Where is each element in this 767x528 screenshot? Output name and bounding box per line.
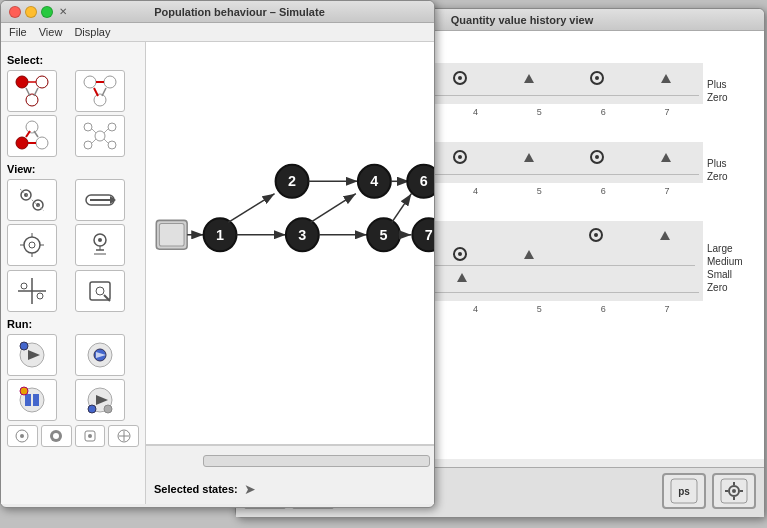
svg-point-22	[108, 141, 116, 149]
svg-point-42	[98, 238, 102, 242]
diagram-svg: 1 2 3	[146, 42, 434, 444]
left-window-title: Population behaviour – Simulate	[73, 6, 406, 18]
death-labels: Plus Zero	[707, 155, 752, 185]
select-label: Select:	[7, 54, 139, 66]
status-bar: Selected states: ➤ No states selected	[146, 444, 434, 504]
birth-axis-7: 7	[664, 107, 669, 117]
run-tool-6[interactable]	[41, 425, 72, 447]
view-tool-1[interactable]	[7, 179, 57, 221]
svg-line-10	[94, 88, 98, 96]
run-tool-2[interactable]	[75, 334, 125, 376]
svg-text:3: 3	[298, 227, 306, 243]
view-tool-6[interactable]	[75, 270, 125, 312]
svg-line-4	[26, 88, 30, 96]
number-medium-2	[524, 250, 534, 259]
select-tool-1[interactable]	[7, 70, 57, 112]
run-tool-7[interactable]	[75, 425, 106, 447]
minimize-button[interactable]	[25, 6, 37, 18]
birth-sym-5	[590, 71, 604, 85]
menu-view[interactable]: View	[39, 26, 63, 38]
arrow-icon: ➤	[244, 481, 256, 497]
svg-point-12	[16, 137, 28, 149]
death-axis-4: 4	[473, 186, 478, 196]
window-content: Select:	[1, 42, 434, 504]
svg-line-24	[104, 129, 108, 133]
view-label: View:	[7, 163, 139, 175]
svg-point-55	[20, 342, 28, 350]
svg-line-82	[228, 194, 274, 223]
number-axis-7: 7	[664, 304, 669, 314]
svg-line-23	[92, 129, 96, 133]
birth-sym-6	[661, 74, 671, 83]
svg-text:6: 6	[420, 173, 428, 189]
svg-point-2	[26, 94, 38, 106]
select-tool-2[interactable]	[75, 70, 125, 112]
close-button[interactable]	[9, 6, 21, 18]
run-tool-8[interactable]	[108, 425, 139, 447]
view-tool-2[interactable]	[75, 179, 125, 221]
number-large-2	[660, 231, 670, 240]
svg-point-62	[20, 387, 28, 395]
svg-line-11	[102, 88, 106, 96]
sidebar: Select:	[1, 42, 146, 504]
select-tool-3[interactable]	[7, 115, 57, 157]
main-diagram-area: 1 2 3	[146, 42, 434, 504]
svg-rect-60	[25, 394, 31, 406]
birth-sym-4	[524, 74, 534, 83]
svg-point-70	[53, 433, 59, 439]
number-axis-6: 6	[601, 304, 606, 314]
run-tools-grid	[7, 334, 139, 421]
svg-point-0	[16, 76, 28, 88]
svg-point-66	[104, 405, 112, 413]
run-tool-1[interactable]	[7, 334, 57, 376]
selected-states-row: Selected states: ➤	[146, 475, 434, 503]
view-tool-5[interactable]	[7, 270, 57, 312]
number-axis-5: 5	[537, 304, 542, 314]
svg-line-26	[104, 139, 108, 143]
number-large-1	[589, 228, 603, 242]
svg-point-7	[104, 76, 116, 88]
birth-axis-4: 4	[473, 107, 478, 117]
run-tools-row3	[7, 425, 139, 447]
birth-axis-6: 6	[601, 107, 606, 117]
svg-point-36	[29, 242, 35, 248]
svg-text:1: 1	[216, 227, 224, 243]
svg-text:5: 5	[380, 227, 388, 243]
svg-point-20	[108, 123, 116, 131]
run-label: Run:	[7, 318, 139, 330]
svg-point-115	[732, 489, 736, 493]
birth-labels: Plus Zero	[707, 76, 752, 106]
svg-point-65	[88, 405, 96, 413]
number-label-medium: Medium	[707, 255, 752, 268]
select-tool-4[interactable]	[75, 115, 125, 157]
menu-file[interactable]: File	[9, 26, 27, 38]
number-label-large: Large	[707, 242, 752, 255]
svg-rect-78	[159, 223, 184, 246]
svg-point-1	[36, 76, 48, 88]
number-label-small: Small	[707, 268, 752, 281]
svg-line-89	[311, 194, 356, 223]
run-tool-4[interactable]	[75, 379, 125, 421]
select-tools-grid	[7, 70, 139, 157]
death-sym-3	[453, 150, 467, 164]
maximize-button[interactable]	[41, 6, 53, 18]
ps-button[interactable]: ps	[662, 473, 706, 509]
svg-point-18	[95, 131, 105, 141]
run-tool-3[interactable]	[7, 379, 57, 421]
diagram-canvas[interactable]: 1 2 3	[146, 42, 434, 444]
birth-sym-3	[453, 71, 467, 85]
death-label-plus: Plus	[707, 157, 752, 170]
svg-point-48	[21, 283, 27, 289]
view-tool-3[interactable]	[7, 224, 57, 266]
view-tool-4[interactable]	[75, 224, 125, 266]
birth-label-zero: Zero	[707, 91, 752, 104]
menu-display[interactable]: Display	[74, 26, 110, 38]
run-tool-5[interactable]	[7, 425, 38, 447]
svg-text:2: 2	[288, 173, 296, 189]
number-small-2	[457, 273, 467, 282]
horizontal-scrollbar[interactable]	[203, 455, 430, 467]
death-axis-7: 7	[664, 186, 669, 196]
gear-button[interactable]	[712, 473, 756, 509]
svg-text:4: 4	[370, 173, 378, 189]
svg-rect-61	[33, 394, 39, 406]
